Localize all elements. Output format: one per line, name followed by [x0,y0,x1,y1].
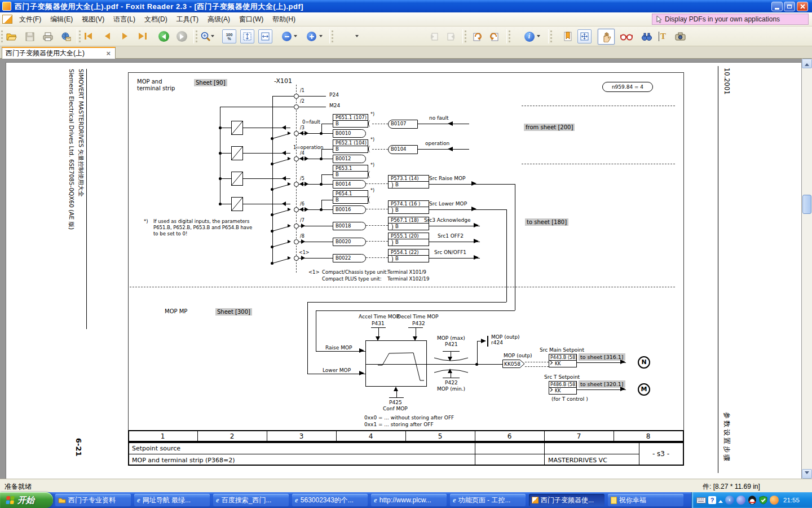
taskbar-item-ie[interactable]: e 网址导航 最绿... [134,494,210,506]
pin-label: /7 [300,218,304,224]
status-text: 准备就绪 [5,482,32,492]
taskbar-item-foxit-active[interactable]: 西门子变频器使... [529,494,604,506]
find-next-button[interactable] [444,29,458,43]
taskbar-item-note[interactable]: 祝你幸福 [608,494,683,506]
rotate-ccw-button[interactable] [487,29,501,43]
menu-view[interactable]: 视图(V) [77,12,109,27]
tray-icon-blue[interactable]: ‹ [725,496,734,505]
scroll-up-button[interactable] [802,59,812,68]
menu-edit[interactable]: 编辑(E) [46,12,77,27]
diagram-title: MOP and [137,78,162,85]
arrow [471,181,476,186]
zoom-tool-caret[interactable] [211,35,214,39]
last-page-button[interactable] [135,29,149,43]
zoom-in-caret[interactable] [319,35,323,39]
find-caret[interactable] [355,35,359,39]
menu-language[interactable]: 语言(L) [109,12,140,27]
promo-banner[interactable]: Display PDFs in your own applications [652,14,809,25]
system-tray: ? ‹ 21:55 [691,492,812,508]
info-button[interactable]: i [522,29,536,43]
footnote-mark: *) [144,218,148,224]
tray-icon-orange[interactable] [770,496,779,505]
arrow [288,132,291,135]
tray-icon-ball[interactable] [736,496,745,505]
wire [451,352,451,357]
restore-button[interactable] [784,2,795,11]
first-page-button[interactable] [82,29,96,43]
param-label: P422 [445,380,458,386]
param-box: P574.1 (16 )B [388,200,429,214]
fit-page-button[interactable] [240,29,254,43]
menu-window[interactable]: 窗口(W) [235,12,268,27]
ie-icon: e [453,496,456,505]
close-button[interactable] [797,2,808,11]
wire [427,364,502,365]
vertical-scrollbar[interactable] [802,59,812,479]
binector-box: B0010 [333,129,366,138]
search-button[interactable] [639,29,654,43]
go-back-button[interactable] [157,29,171,43]
zoom-out-button[interactable] [280,29,294,43]
start-button[interactable]: 开始 [0,492,53,508]
param-label: P425 [389,400,402,406]
next-page-button[interactable] [118,29,132,43]
arrow [304,131,308,135]
find-prev-button[interactable] [426,29,440,43]
menu-document[interactable]: 文档(D) [140,12,172,27]
taskbar-item-ie[interactable]: e 563002343的个... [292,494,368,506]
taskbar-item-ie[interactable]: e 百度搜索_西门... [213,494,289,506]
param-box: P654.1B [333,190,368,204]
eyewear-button[interactable] [619,29,633,43]
table-col: 4 [336,432,405,440]
snapshot-button[interactable] [673,29,687,43]
prev-page-button[interactable] [100,29,114,43]
taskbar-item-ie[interactable]: e 功能页面 - 工控... [450,494,526,506]
actual-size-button[interactable]: 100% [222,29,236,43]
go-forward-button[interactable] [175,29,189,43]
wire [577,362,626,363]
sheet-ref: to sheet [316.1] [579,353,625,361]
hidden-icons-chevron[interactable] [718,498,723,503]
save-icon [25,32,34,41]
menu-advanced[interactable]: 高级(A) [203,12,235,27]
tab-close-icon[interactable]: × [106,49,111,58]
status-bar: 准备就绪 167 / 505 125% ↓ 1.4KB/S ↑ 1.3KB/S … [0,479,812,492]
arrow [288,182,291,186]
bookmark-button[interactable] [561,29,575,43]
margin-rule [718,66,718,473]
scroll-down-button[interactable] [802,469,812,479]
level-note: 1=operation [293,144,323,150]
info-caret[interactable] [537,35,540,39]
fit-visible-button[interactable] [577,29,592,43]
minimize-button[interactable] [771,2,783,11]
footnote-mark: *) [370,112,374,117]
document-tab[interactable]: 西门子变频器使用大全(上) × [2,47,116,59]
wire [299,133,333,134]
margin-rule [86,69,87,329]
menu-file[interactable]: 文件(F) [15,12,46,27]
save-button[interactable] [23,29,37,43]
print-button[interactable] [41,29,55,43]
rotate-cw-button[interactable] [470,29,484,43]
doc-size-indicator: 件: [8.27 * 11.69 in] [703,482,760,492]
shield-icon[interactable] [759,496,767,505]
fit-width-button[interactable] [258,29,272,43]
qq-icon[interactable] [748,496,757,505]
taskbar-item-folder[interactable]: 西门子专业资料 [55,494,131,506]
menu-help[interactable]: 帮助(H) [268,12,300,27]
help-tray-icon[interactable]: ? [708,496,716,504]
text-tool-button[interactable]: T [655,29,669,43]
zoom-out-caret[interactable] [294,35,297,39]
keyboard-icon[interactable] [696,497,706,503]
taskbar-item-ie[interactable]: e http://www.plcw... [371,494,447,506]
dashed-line [366,241,388,242]
hand-tool-button[interactable] [598,29,615,45]
motor-symbol-n: N [638,356,650,369]
zoom-in-button[interactable] [304,29,319,43]
email-button[interactable] [59,29,73,43]
wire [220,178,232,179]
open-button[interactable] [5,29,19,43]
menu-tools[interactable]: 工具(T) [172,12,203,27]
scroll-thumb[interactable] [802,195,811,214]
table-line [129,454,639,454]
